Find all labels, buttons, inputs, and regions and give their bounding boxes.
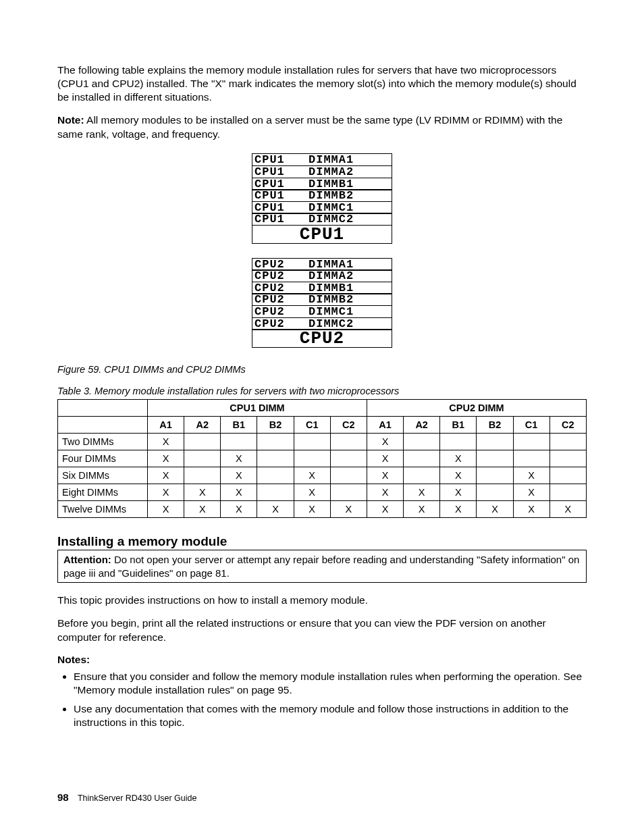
page-footer: 98 ThinkServer RD430 User Guide <box>57 791 196 803</box>
table-cell: X <box>367 484 403 501</box>
table-row: Six DIMMsXXXXXX <box>58 467 587 484</box>
table-cell: X <box>148 501 184 518</box>
table-cell <box>477 450 513 467</box>
table-column-header: C1 <box>294 417 330 434</box>
notes-list: Ensure that you consider and follow the … <box>57 670 587 730</box>
table-column-header: B1 <box>221 417 257 434</box>
table-cell <box>404 434 440 450</box>
table-cell <box>330 434 367 450</box>
dimm-cpu: CPU2 <box>254 306 308 317</box>
rules-table: CPU1 DIMM CPU2 DIMM A1A2B1B2C1C2A1A2B1B2… <box>57 399 587 518</box>
table-cell <box>549 434 586 450</box>
table-cell: X <box>549 501 586 518</box>
table-cell: X <box>257 501 294 518</box>
attention-label: Attention: <box>63 554 111 565</box>
list-item: Ensure that you consider and follow the … <box>74 670 587 697</box>
table-column-header: C2 <box>549 417 586 434</box>
cpu2-block: CPU2DIMMA1CPU2DIMMA2CPU2DIMMB1CPU2DIMMB2… <box>252 258 392 330</box>
table-cell <box>513 450 549 467</box>
table-cell <box>257 450 294 467</box>
table-header-row: A1A2B1B2C1C2A1A2B1B2C1C2 <box>58 417 587 434</box>
note-paragraph: Note: All memory modules to be installed… <box>57 113 587 140</box>
row-label: Twelve DIMMs <box>58 501 148 518</box>
dimm-slot: DIMMA1 <box>308 259 354 270</box>
figure-caption: Figure 59. CPU1 DIMMs and CPU2 DIMMs <box>57 364 587 375</box>
dimm-cpu: CPU1 <box>254 190 308 201</box>
table-row: Two DIMMsXX <box>58 434 587 450</box>
table-cell: X <box>294 467 330 484</box>
table-cell <box>440 434 477 450</box>
table-column-header: A1 <box>148 417 184 434</box>
table-cell: X <box>221 450 257 467</box>
table-row: Four DIMMsXXXX <box>58 450 587 467</box>
table-cell <box>184 434 221 450</box>
table-cell <box>221 434 257 450</box>
dimm-cpu: CPU1 <box>254 213 308 225</box>
table-caption: Table 3. Memory module installation rule… <box>57 386 587 396</box>
dimm-slot: DIMMC2 <box>308 213 354 225</box>
table-cell <box>549 467 586 484</box>
dimm-cpu: CPU1 <box>254 202 308 213</box>
row-label: Two DIMMs <box>58 434 148 450</box>
row-label: Four DIMMs <box>58 450 148 467</box>
before-begin-paragraph: Before you begin, print all the related … <box>57 617 587 644</box>
row-label: Eight DIMMs <box>58 484 148 501</box>
table-cell <box>184 467 221 484</box>
table-cell: X <box>148 467 184 484</box>
topic-intro-paragraph: This topic provides instructions on how … <box>57 594 587 607</box>
table-column-header: C1 <box>513 417 549 434</box>
dimm-row: CPU2DIMMB1 <box>252 282 392 294</box>
table-cell: X <box>221 467 257 484</box>
dimm-row: CPU2DIMMB2 <box>252 293 392 306</box>
dimm-slot: DIMMA2 <box>308 166 354 178</box>
table-cell: X <box>148 434 184 450</box>
attention-text: Do not open your server or attempt any r… <box>63 554 579 579</box>
dimm-cpu: CPU2 <box>254 259 308 270</box>
table-cell: X <box>184 501 221 518</box>
table-cell <box>257 467 294 484</box>
table-column-header: B2 <box>477 417 513 434</box>
dimm-cpu: CPU2 <box>254 270 308 282</box>
table-cell: X <box>404 484 440 501</box>
table-cell: X <box>184 484 221 501</box>
dimm-cpu: CPU1 <box>254 178 308 190</box>
row-label: Six DIMMs <box>58 467 148 484</box>
dimm-slot: DIMMA1 <box>308 154 354 165</box>
table-cell: X <box>148 450 184 467</box>
dimm-diagram: CPU1DIMMA1CPU1DIMMA2CPU1DIMMB1CPU1DIMMB2… <box>252 153 392 348</box>
table-group-row: CPU1 DIMM CPU2 DIMM <box>58 400 587 417</box>
table-cell: X <box>221 484 257 501</box>
table-cell: X <box>367 467 403 484</box>
notes-heading: Notes: <box>57 654 587 666</box>
table-cell <box>549 450 586 467</box>
table-cell <box>404 467 440 484</box>
dimm-row: CPU2DIMMA1 <box>252 258 392 271</box>
table-cell <box>330 450 367 467</box>
table-cell <box>184 450 221 467</box>
table-cell <box>477 434 513 450</box>
dimm-slot: DIMMB1 <box>308 178 354 190</box>
table-cell <box>477 467 513 484</box>
section-heading: Installing a memory module <box>57 534 587 550</box>
table-cell: X <box>513 501 549 518</box>
footer-doc-title: ThinkServer RD430 User Guide <box>78 793 196 803</box>
cpu1-group-header: CPU1 DIMM <box>148 400 367 417</box>
table-cell: X <box>367 434 403 450</box>
table-cell: X <box>404 501 440 518</box>
table-cell: X <box>513 484 549 501</box>
table-column-header: A2 <box>404 417 440 434</box>
table-column-header: B1 <box>440 417 477 434</box>
table-cell <box>257 484 294 501</box>
table-corner <box>58 417 148 434</box>
dimm-slot: DIMMB2 <box>308 294 354 305</box>
dimm-slot: DIMMC2 <box>308 318 354 330</box>
table-column-header: C2 <box>330 417 367 434</box>
dimm-row: CPU2DIMMA2 <box>252 269 392 282</box>
dimm-row: CPU2DIMMC1 <box>252 305 392 318</box>
dimm-row: CPU1DIMMA2 <box>252 165 392 178</box>
dimm-slot: DIMMB1 <box>308 282 354 294</box>
table-cell: X <box>221 501 257 518</box>
table-cell: X <box>330 501 367 518</box>
dimm-row: CPU1DIMMB2 <box>252 189 392 202</box>
table-cell: X <box>367 450 403 467</box>
